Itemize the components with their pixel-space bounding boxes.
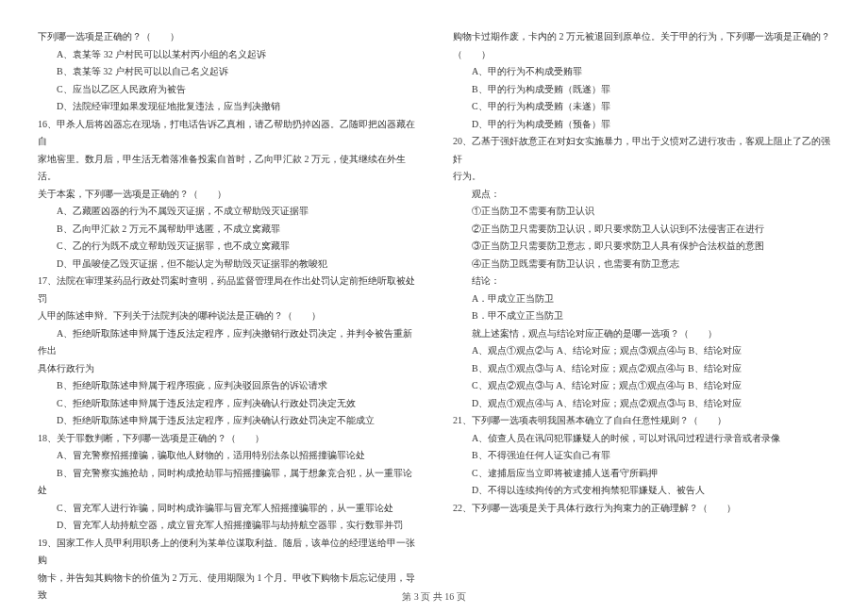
text-line: B、乙向甲汇款 2 万元不属帮助甲逃匿，不成立窝藏罪	[38, 221, 415, 239]
text-line: C、冒充军人进行诈骗，同时构成诈骗罪与冒充军人招摇撞骗罪的，从一重罪论处	[38, 500, 415, 518]
text-line: 观点：	[453, 186, 830, 204]
text-line: B、拒绝听取陈述申辩属于程序瑕疵，应判决驳回原告的诉讼请求	[38, 377, 415, 395]
page-footer: 第 3 页 共 16 页	[0, 590, 868, 604]
text-line: D、甲虽唆使乙毁灭证据，但不能认定为帮助毁灭证据罪的教唆犯	[38, 256, 415, 273]
text-line: D、甲的行为构成受贿（预备）罪	[453, 116, 830, 134]
text-line: C、拒绝听取陈述申辩属于违反法定程序，应判决确认行政处罚决定无效	[38, 395, 415, 413]
text-line: C、应当以乙区人民政府为被告	[38, 81, 415, 99]
text-line: B．甲不成立正当防卫	[453, 307, 830, 325]
text-line: B、冒充警察实施抢劫，同时构成抢劫罪与招摇撞骗罪，属于想象竞合犯，从一重罪论处	[38, 465, 415, 500]
text-line: D、法院经审理如果发现征地批复违法，应当判决撤销	[38, 98, 415, 116]
text-line: C、乙的行为既不成立帮助毁灭证据罪，也不成立窝藏罪	[38, 238, 415, 256]
text-line: 19、国家工作人员甲利用职务上的便利为某单位谋取利益。随后，该单位的经理送给甲一…	[38, 535, 415, 570]
text-line: ④正当防卫既需要有防卫认识，也需要有防卫意志	[453, 256, 830, 273]
text-line: D、拒绝听取陈述申辩属于违反法定程序，应判决确认行政处罚决定不能成立	[38, 412, 415, 430]
text-line: 22、下列哪一选项是关于具体行政行为拘束力的正确理解？（ ）	[453, 500, 830, 518]
text-line: ②正当防卫只需要防卫认识，即只要求防卫人认识到不法侵害正在进行	[453, 221, 830, 239]
text-line: ①正当防卫不需要有防卫认识	[453, 203, 830, 221]
text-line: 人甲的陈述申辩。下列关于法院判决的哪种说法是正确的？（ ）	[38, 307, 415, 325]
text-line: 购物卡过期作废，卡内的 2 万元被退回到原单位。关于甲的行为，下列哪一选项是正确…	[453, 28, 830, 63]
text-line: D、观点①观点④与 A、结论对应；观点②观点③与 B、结论对应	[453, 395, 830, 413]
text-line: C、逮捕后应当立即将被逮捕人送看守所羁押	[453, 465, 830, 483]
text-line: A、甲的行为不构成受贿罪	[453, 63, 830, 81]
text-line: B、甲的行为构成受贿（既遂）罪	[453, 81, 830, 99]
text-line: 20、乙基于强奸故意正在对妇女实施暴力，甲出于义愤对乙进行攻击，客观上阻止了乙的…	[453, 133, 830, 168]
text-line: 结论：	[453, 273, 830, 290]
text-line: B、不得强迫任何人证实自己有罪	[453, 447, 830, 465]
text-line: 21、下列哪一选项表明我国基本确立了自白任意性规则？（ ）	[453, 412, 830, 430]
text-line: A、侦查人员在讯问犯罪嫌疑人的时候，可以对讯问过程进行录音或者录像	[453, 430, 830, 448]
text-line: A、袁某等 32 户村民可以以某村丙小组的名义起诉	[38, 46, 415, 64]
text-line: 家地窖里。数月后，甲生活无着落准备投案自首时，乙向甲汇款 2 万元，使其继续在外…	[38, 151, 415, 186]
text-line: C、甲的行为构成受贿（未遂）罪	[453, 98, 830, 116]
text-line: 具体行政行为	[38, 360, 415, 378]
text-line: A、冒充警察招摇撞骗，骗取他人财物的，适用特别法条以招摇撞骗罪论处	[38, 447, 415, 465]
exam-page: 下列哪一选项是正确的？（ ） A、袁某等 32 户村民可以以某村丙小组的名义起诉…	[0, 0, 868, 585]
left-column: 下列哪一选项是正确的？（ ） A、袁某等 32 户村民可以以某村丙小组的名义起诉…	[38, 28, 415, 566]
text-line: 行为。	[453, 168, 830, 186]
text-line: 17、法院在审理某药品行政处罚案时查明，药品监督管理局在作出处罚认定前拒绝听取被…	[38, 273, 415, 307]
text-line: 16、甲杀人后将凶器忘在现场，打电话告诉乙真相，请乙帮助扔掉凶器。乙随即把凶器藏…	[38, 116, 415, 151]
text-line: A．甲成立正当防卫	[453, 290, 830, 308]
text-line: C、观点②观点③与 A、结论对应；观点①观点④与 B、结论对应	[453, 377, 830, 395]
text-line: 关于本案，下列哪一选项是正确的？（ ）	[38, 186, 415, 204]
text-line: B、观点①观点③与 A、结论对应；观点②观点④与 B、结论对应	[453, 360, 830, 378]
text-line: 18、关于罪数判断，下列哪一选项是正确的？（ ）	[38, 430, 415, 448]
text-line: D、冒充军人劫持航空器，成立冒充军人招摇撞骗罪与劫持航空器罪，实行数罪并罚	[38, 517, 415, 535]
text-line: 就上述案情，观点与结论对应正确的是哪一选项？（ ）	[453, 325, 830, 343]
text-line: 下列哪一选项是正确的？（ ）	[38, 28, 415, 46]
text-line: ③正当防卫只需要防卫意志，即只要求防卫人具有保护合法权益的意图	[453, 238, 830, 256]
text-line: A、拒绝听取陈述申辩属于违反法定程序，应判决撤销行政处罚决定，并判令被告重新作出	[38, 325, 415, 360]
right-column: 购物卡过期作废，卡内的 2 万元被退回到原单位。关于甲的行为，下列哪一选项是正确…	[453, 28, 830, 566]
text-line: A、乙藏匿凶器的行为不属毁灭证据，不成立帮助毁灭证据罪	[38, 203, 415, 221]
text-line: A、观点①观点②与 A、结论对应；观点③观点④与 B、结论对应	[453, 342, 830, 360]
text-line: D、不得以连续拘传的方式变相拘禁犯罪嫌疑人、被告人	[453, 482, 830, 500]
text-line: B、袁某等 32 户村民可以以自己名义起诉	[38, 63, 415, 81]
